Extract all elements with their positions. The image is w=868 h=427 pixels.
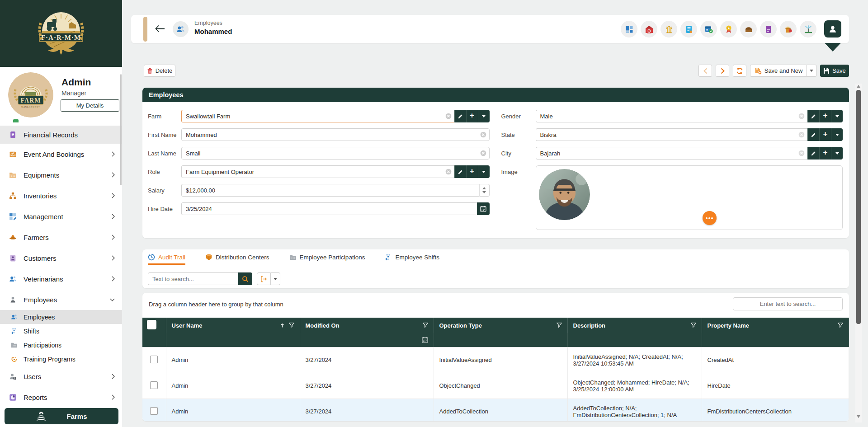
row-checkbox[interactable] xyxy=(150,356,158,363)
edit-icon[interactable] xyxy=(454,165,466,178)
clear-icon[interactable] xyxy=(798,113,805,119)
farms-button[interactable]: Farms xyxy=(5,408,118,424)
tab-employee-shifts[interactable]: Employee Shifts xyxy=(385,249,439,265)
sidebar-item-event-and-bookings[interactable]: Event And Bookings xyxy=(0,144,122,164)
sidebar-item-customers[interactable]: Customers xyxy=(0,248,122,268)
lookup-dropdown-icon[interactable] xyxy=(831,147,843,160)
sidebar-item-inventories[interactable]: Inventories xyxy=(0,185,122,206)
filter-icon[interactable] xyxy=(557,323,562,328)
search-icon[interactable] xyxy=(238,272,252,285)
filter-icon[interactable] xyxy=(838,323,843,328)
sidebar-item-management[interactable]: Management xyxy=(0,206,122,227)
delete-button[interactable]: Delete xyxy=(144,65,175,77)
sidebar-subitem-shifts[interactable]: Shifts xyxy=(0,324,122,338)
hay-shed-icon[interactable] xyxy=(740,21,757,38)
sidebar-subitem-participations[interactable]: Participations xyxy=(0,338,122,352)
add-icon[interactable]: + xyxy=(819,147,831,160)
role-input[interactable] xyxy=(182,169,454,175)
hire-date-input[interactable] xyxy=(182,206,477,212)
sidebar-subitem-training-programs[interactable]: Training Programs xyxy=(0,352,122,366)
edit-icon[interactable] xyxy=(807,128,819,141)
award-icon[interactable] xyxy=(720,21,737,38)
tab-distribution-centers[interactable]: Distribution Centers xyxy=(205,249,269,265)
refresh-button[interactable] xyxy=(733,65,746,77)
harvest-basket-icon[interactable] xyxy=(780,21,797,38)
spin-up-icon[interactable] xyxy=(482,187,486,189)
save-button[interactable]: Save xyxy=(820,65,849,77)
account-icon[interactable] xyxy=(824,20,841,38)
scrollbar-thumb[interactable] xyxy=(856,90,861,324)
filter-calendar-icon[interactable] xyxy=(306,337,428,343)
export-icon[interactable] xyxy=(257,272,271,285)
clear-icon[interactable] xyxy=(445,169,452,175)
sidebar-item-reports[interactable]: Reports xyxy=(0,387,122,408)
clear-icon[interactable] xyxy=(480,150,486,156)
lookup-dropdown-icon[interactable] xyxy=(478,165,490,178)
barn-icon[interactable] xyxy=(641,21,657,38)
lookup-dropdown-icon[interactable] xyxy=(831,128,843,141)
gender-input[interactable] xyxy=(536,113,808,120)
export-dropdown[interactable] xyxy=(271,272,280,285)
more-actions-button[interactable] xyxy=(703,211,717,225)
edit-icon[interactable] xyxy=(807,110,819,122)
add-icon[interactable]: + xyxy=(466,165,478,178)
tab-audit-trail[interactable]: Audit Trail xyxy=(148,249,185,265)
scroll-down-icon[interactable] xyxy=(857,415,860,418)
filter-icon[interactable] xyxy=(289,323,294,328)
back-button[interactable] xyxy=(155,25,165,33)
sidebar-scrollbar[interactable] xyxy=(120,74,122,185)
sidebar-item-veterinarians[interactable]: Veterinarians xyxy=(0,268,122,289)
filter-row[interactable] xyxy=(142,333,849,347)
sidebar-subitem-employees[interactable]: Employees xyxy=(0,310,122,324)
my-details-button[interactable]: My Details xyxy=(61,99,119,112)
add-icon[interactable]: + xyxy=(819,128,831,141)
clear-icon[interactable] xyxy=(798,150,805,156)
page-scrollbar[interactable] xyxy=(855,84,862,422)
wheat-icon[interactable] xyxy=(660,21,677,38)
previous-record-button[interactable] xyxy=(698,65,712,77)
salary-input[interactable] xyxy=(182,187,479,194)
booking-check-icon[interactable] xyxy=(700,21,717,38)
sidebar-item-farmers[interactable]: Farmers xyxy=(0,227,122,248)
irrigation-icon[interactable] xyxy=(800,21,816,38)
clear-icon[interactable] xyxy=(445,113,452,119)
state-input[interactable] xyxy=(536,131,808,138)
clear-icon[interactable] xyxy=(798,131,805,138)
contract-icon[interactable] xyxy=(680,21,697,38)
sort-ascending-icon[interactable] xyxy=(280,323,284,328)
calendar-icon[interactable] xyxy=(477,202,490,215)
save-and-new-dropdown[interactable] xyxy=(807,65,816,77)
sidebar-item-employees-group[interactable]: Employees xyxy=(0,289,122,310)
spin-down-icon[interactable] xyxy=(482,191,486,193)
edit-icon[interactable] xyxy=(454,110,466,122)
modules-icon[interactable] xyxy=(621,21,637,38)
edit-icon[interactable] xyxy=(807,147,819,160)
first-name-input[interactable] xyxy=(182,131,489,138)
select-all-checkbox[interactable] xyxy=(148,321,156,328)
scroll-up-icon[interactable] xyxy=(857,85,860,88)
lookup-dropdown-icon[interactable] xyxy=(478,110,490,122)
next-record-button[interactable] xyxy=(716,65,729,77)
save-and-new-button[interactable]: Save and New xyxy=(750,65,807,77)
table-row-selected[interactable]: Admin 3/27/2024 AddedToCollection AddedT… xyxy=(142,399,849,421)
grid-search-input[interactable] xyxy=(733,297,843,310)
sidebar-item-equipments[interactable]: Equipments xyxy=(0,164,122,185)
add-icon[interactable]: + xyxy=(819,110,831,122)
spin-buttons[interactable] xyxy=(479,184,490,197)
lookup-dropdown-icon[interactable] xyxy=(831,110,843,122)
last-name-input[interactable] xyxy=(182,150,489,157)
filter-icon[interactable] xyxy=(423,323,428,328)
farm-input[interactable] xyxy=(182,113,454,120)
purple-document-icon[interactable] xyxy=(760,21,777,38)
sidebar-item-financial-records[interactable]: Financial Records xyxy=(0,126,122,144)
table-row[interactable]: Admin 3/27/2024 ObjectChanged ObjectChan… xyxy=(142,373,849,399)
add-icon[interactable]: + xyxy=(466,110,478,122)
search-input[interactable] xyxy=(148,272,238,285)
city-input[interactable] xyxy=(536,150,808,157)
row-checkbox[interactable] xyxy=(150,407,158,415)
clear-icon[interactable] xyxy=(480,131,486,138)
row-checkbox[interactable] xyxy=(150,381,158,389)
table-row[interactable]: Admin 3/27/2024 InitialValueAssigned Ini… xyxy=(142,347,849,373)
filter-icon[interactable] xyxy=(691,323,696,328)
tab-employee-participations[interactable]: Employee Participations xyxy=(289,249,365,265)
